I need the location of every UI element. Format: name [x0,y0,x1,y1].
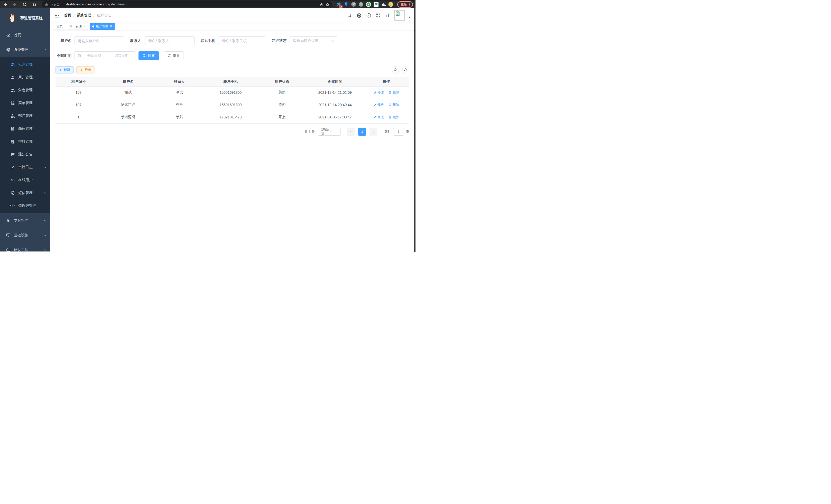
avatar-caret-icon[interactable]: ▼ [408,16,411,19]
tab-tenant[interactable]: 租户管理✕ [90,23,115,30]
goto-page-input[interactable] [393,128,404,136]
bookmark-star-icon[interactable] [325,3,329,6]
app-title: 芋道管理系统 [20,16,42,21]
extension-balloon-icon[interactable] [344,2,349,7]
sidebar-item-dept[interactable]: 部门管理 [0,110,50,122]
search-icon[interactable] [347,13,352,18]
filter-status: 租户状态 请选择租户状态 [272,36,337,45]
breadcrumb-current: 租户管理 [97,13,111,18]
extension-devtool-icon[interactable]: 10 [336,2,341,7]
reset-button[interactable]: 重置 [164,51,183,60]
share-icon[interactable] [320,3,323,6]
browser-extensions: 10 ⌘ Y 更新 [336,1,413,8]
chevron-down-icon [44,166,47,169]
close-icon[interactable]: ✕ [83,25,86,28]
sidebar-item-user[interactable]: 用户管理 [0,71,50,84]
mobile-label: 联系手机 [201,38,215,43]
avatar[interactable] [395,10,405,21]
page-size-select[interactable]: 10条/页 [318,128,341,136]
sidebar-item-role[interactable]: 角色管理 [0,84,50,97]
end-date-placeholder[interactable]: 结束日期 [111,53,133,58]
goto-label: 前往 [384,129,391,134]
sidebar-item-sms[interactable]: 短信管理 [0,186,50,199]
extension-chat-icon[interactable] [373,2,378,7]
help-icon[interactable]: ? [366,13,371,18]
browser-menu-kebab-icon[interactable] [409,3,410,6]
status-select[interactable]: 请选择租户状态 [290,36,337,45]
tab-home[interactable]: 首页 [54,23,65,30]
sidebar-item-notice[interactable]: 通知公告 [0,148,50,161]
sidebar-item-audit-log[interactable]: 审计日志 [0,161,50,174]
sidebar-item-infra[interactable]: 基础设施 [0,228,50,242]
filter-tenant-name: 租户名 [56,36,124,45]
sidebar-item-post[interactable]: 岗位管理 [0,122,50,135]
svg-text:⌘: ⌘ [352,3,355,6]
sidebar-item-dev-tools[interactable]: 研发工具 [0,242,50,251]
github-icon[interactable] [357,13,362,18]
sidebar-item-menu[interactable]: 菜单管理 [0,97,50,110]
add-button[interactable]: 新增 [56,66,74,73]
contact-label: 联系人 [130,38,141,43]
svg-text:?: ? [368,14,370,17]
tab-dept[interactable]: 部门管理✕ [67,23,88,30]
sidebar-collapse-icon[interactable] [55,13,59,18]
close-icon[interactable]: ✕ [110,25,112,28]
chevron-down-icon [330,130,339,133]
sidebar-item-error-code[interactable]: </> 错误码管理 [0,199,50,212]
breadcrumb-home[interactable]: 首页 [64,13,71,18]
address-bar[interactable]: 不安全 dashboard.yudao.iocoder.cn/system/te… [41,1,332,7]
next-page-icon[interactable] [370,128,377,136]
tenant-name-input[interactable] [78,39,121,43]
fullscreen-icon[interactable] [376,13,380,18]
security-label[interactable]: 不安全 [50,2,60,7]
dashboard-gauge-icon [6,33,10,37]
page-number-1[interactable]: 1 [358,128,366,136]
tenant-users-icon [10,62,15,67]
edit-button[interactable]: 修改 [374,102,384,107]
search-button[interactable]: 搜索 [139,51,159,60]
extensions-puzzle-icon[interactable] [381,2,386,7]
export-button[interactable]: 导出 [76,66,95,73]
sidebar-logo[interactable]: 芋道管理系统 [0,8,50,28]
col-actions: 操作 [363,77,409,86]
sidebar-item-dict[interactable]: 字典管理 [0,135,50,148]
delete-button[interactable]: 删除 [389,115,399,119]
sidebar-item-tenant[interactable]: 租户管理 [0,58,50,71]
back-icon[interactable] [3,2,7,6]
delete-button[interactable]: 删除 [389,102,399,107]
col-mobile: 联系手机 [204,77,257,86]
browser-toolbar: 不安全 dashboard.yudao.iocoder.cn/system/te… [0,0,416,8]
breadcrumb-separator: / [74,13,75,18]
extension-command-icon[interactable]: ⌘ [351,2,356,7]
profile-avatar-icon[interactable] [388,2,393,7]
prev-page-icon[interactable] [347,128,354,136]
mobile-input[interactable] [222,39,263,43]
update-button[interactable]: 更新 [397,1,413,8]
page-scrollbar[interactable] [414,8,416,252]
refresh-icon[interactable] [402,66,409,73]
breadcrumb-system[interactable]: 系统管理 [77,13,91,18]
table-tools [392,66,409,73]
sidebar-item-home[interactable]: 首页 [0,28,50,42]
date-range-picker[interactable]: 开始日期 - 结束日期 [75,51,136,60]
delete-button[interactable]: 删除 [389,90,399,95]
sidebar-item-payment[interactable]: ¥ 支付管理 [0,213,50,228]
hide-search-icon[interactable] [392,66,399,73]
url-text[interactable]: dashboard.yudao.iocoder.cn/system/tenant [66,3,127,6]
contact-input[interactable] [147,39,191,43]
filter-contact: 联系人 [130,36,195,45]
start-date-placeholder[interactable]: 开始日期 [83,53,105,58]
reload-icon[interactable] [23,2,27,6]
extension-record-icon[interactable] [359,2,364,7]
forward-icon[interactable] [13,2,17,6]
edit-button[interactable]: 修改 [374,90,384,95]
home-icon[interactable] [32,2,36,6]
calendar-icon [77,54,81,58]
edit-button[interactable]: 修改 [374,115,384,119]
extension-y-icon[interactable]: Y [366,2,371,7]
announcement-bubble-icon [10,152,15,157]
table-toolbar: 新增 导出 [56,66,409,73]
sidebar-item-system[interactable]: 系统管理 [0,42,50,57]
font-size-icon[interactable]: TT [385,13,390,18]
sidebar-item-online-user[interactable]: 在线用户 [0,174,50,186]
